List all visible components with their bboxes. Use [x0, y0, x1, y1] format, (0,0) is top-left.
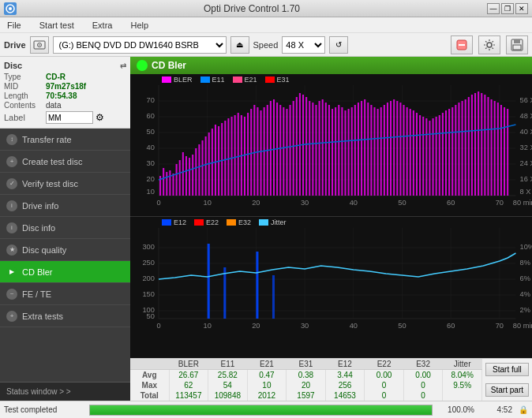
svg-rect-76 — [244, 117, 245, 196]
svg-text:80 min: 80 min — [513, 199, 532, 207]
stats-max-bler: 62 — [170, 380, 209, 390]
svg-text:24 X: 24 X — [520, 159, 532, 167]
settings-button[interactable] — [478, 35, 500, 54]
top-chart-svg: 70 60 50 40 30 20 10 56 X 48 X 40 X 32 X… — [130, 85, 532, 207]
sidebar-item-disc-info[interactable]: i Disc info — [0, 217, 130, 239]
stats-avg-e22: 0.00 — [365, 370, 404, 380]
svg-rect-112 — [361, 101, 362, 196]
svg-rect-138 — [445, 110, 447, 196]
menu-file[interactable]: File — [4, 19, 24, 32]
svg-rect-116 — [373, 107, 375, 196]
sidebar-item-drive-info[interactable]: i Drive info — [0, 195, 130, 217]
label-input[interactable] — [46, 111, 93, 124]
svg-point-4 — [39, 44, 40, 46]
top-chart: BLER E11 E21 E31 — [130, 74, 532, 216]
svg-rect-143 — [462, 101, 463, 196]
svg-rect-79 — [253, 105, 255, 196]
stats-avg-e31: 0.38 — [287, 370, 326, 380]
refresh-button[interactable]: ↺ — [329, 36, 348, 54]
stats-max-e12: 256 — [326, 380, 365, 390]
svg-rect-146 — [471, 95, 473, 196]
svg-rect-106 — [341, 107, 343, 196]
svg-rect-155 — [500, 105, 502, 196]
svg-text:20: 20 — [147, 175, 155, 183]
sidebar-item-disc-quality[interactable]: ★ Disc quality — [0, 239, 130, 261]
eject-button[interactable]: ⏏ — [230, 36, 249, 54]
svg-rect-9 — [514, 39, 520, 43]
legend-bler: BLER — [174, 76, 193, 84]
svg-point-1 — [9, 7, 12, 10]
stats-total-label: Total — [130, 390, 170, 401]
svg-rect-81 — [260, 110, 262, 196]
minimize-button[interactable]: — — [487, 3, 500, 14]
sidebar-item-extra-tests[interactable]: + Extra tests — [0, 305, 130, 327]
svg-text:150: 150 — [142, 290, 154, 298]
svg-rect-98 — [315, 105, 317, 196]
extra-tests-icon: + — [6, 311, 17, 322]
svg-point-7 — [487, 43, 492, 47]
svg-rect-120 — [387, 103, 388, 196]
svg-rect-63 — [201, 140, 203, 196]
svg-text:4%: 4% — [520, 290, 530, 298]
restore-button[interactable]: ❐ — [501, 3, 514, 14]
length-val: 70:54.38 — [46, 91, 77, 100]
chart-header-icon — [137, 60, 148, 71]
sidebar-item-fe-te[interactable]: ~ FE / TE — [0, 283, 130, 305]
svg-text:20: 20 — [252, 322, 260, 330]
svg-text:80 min: 80 min — [513, 322, 532, 330]
status-window-label: Status window > > — [6, 387, 71, 396]
svg-text:200: 200 — [142, 274, 154, 282]
drive-bar: Drive (G:) BENQ DVD DD DW1640 BSRB ⏏ Spe… — [0, 33, 532, 57]
svg-text:70: 70 — [496, 199, 504, 207]
menu-bar: File Start test Extra Help — [0, 17, 532, 33]
fe-te-icon: ~ — [6, 289, 17, 300]
cd-bler-label: CD Bler — [22, 267, 53, 277]
svg-rect-134 — [433, 118, 434, 196]
svg-rect-88 — [283, 107, 284, 196]
svg-rect-90 — [290, 105, 291, 196]
start-part-button[interactable]: Start part — [485, 383, 529, 397]
sidebar-item-cd-bler[interactable]: ▶ CD Bler — [0, 261, 130, 283]
drive-select[interactable]: (G:) BENQ DVD DD DW1640 BSRB — [53, 36, 227, 54]
svg-rect-107 — [344, 110, 346, 196]
erase-button[interactable] — [451, 35, 473, 54]
label-settings-icon[interactable]: ⚙ — [96, 112, 104, 123]
close-button[interactable]: ✕ — [515, 3, 528, 14]
sidebar: Disc ⇄ Type CD-R MID 97m27s18f Length 70… — [0, 57, 130, 401]
menu-start-test[interactable]: Start test — [36, 19, 77, 32]
svg-text:300: 300 — [142, 243, 154, 251]
sidebar-item-create-test-disc[interactable]: + Create test disc — [0, 151, 130, 173]
main-area: Disc ⇄ Type CD-R MID 97m27s18f Length 70… — [0, 57, 532, 401]
sidebar-item-transfer-rate[interactable]: ↕ Transfer rate — [0, 129, 130, 151]
disc-quality-label: Disc quality — [22, 245, 66, 255]
save-button[interactable] — [506, 35, 528, 54]
disc-panel-arrow[interactable]: ⇄ — [120, 62, 126, 70]
speed-select[interactable]: 48 X — [282, 36, 325, 54]
create-test-disc-icon: + — [6, 156, 17, 167]
menu-help[interactable]: Help — [127, 19, 152, 32]
svg-rect-111 — [358, 103, 359, 196]
svg-text:10: 10 — [204, 199, 212, 207]
svg-rect-56 — [179, 160, 181, 196]
status-window-button[interactable]: Status window > > — [0, 382, 130, 401]
sidebar-item-verify-test-disc[interactable]: ✓ Verify test disc — [0, 173, 130, 195]
svg-rect-103 — [332, 109, 333, 196]
svg-rect-61 — [195, 148, 197, 196]
type-key: Type — [4, 73, 43, 81]
drive-icon-btn — [30, 36, 49, 54]
svg-text:16 X: 16 X — [520, 175, 532, 183]
svg-text:10: 10 — [147, 188, 155, 196]
svg-text:6%: 6% — [520, 274, 530, 282]
svg-rect-54 — [172, 174, 174, 196]
menu-extra[interactable]: Extra — [89, 19, 116, 32]
svg-rect-91 — [293, 101, 294, 196]
svg-rect-122 — [393, 99, 395, 196]
svg-text:10: 10 — [204, 322, 212, 330]
svg-rect-62 — [198, 144, 200, 196]
svg-text:40: 40 — [147, 144, 155, 151]
top-legend: BLER E11 E21 E31 — [130, 74, 532, 85]
svg-rect-119 — [384, 105, 385, 196]
start-full-button[interactable]: Start full — [485, 363, 529, 376]
create-test-disc-label: Create test disc — [22, 157, 82, 166]
svg-rect-66 — [212, 129, 213, 196]
